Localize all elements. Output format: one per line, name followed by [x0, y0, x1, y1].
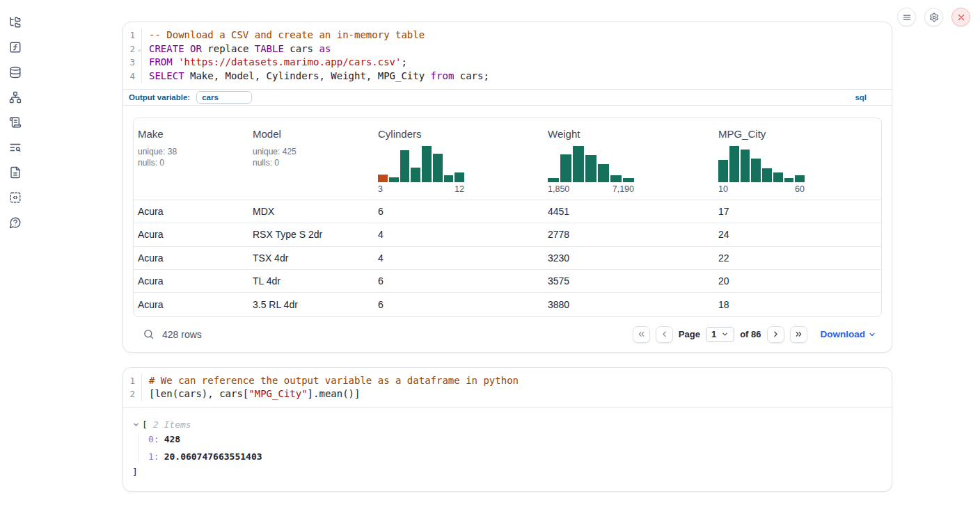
- last-page-button[interactable]: [790, 326, 807, 343]
- sql-cell-editor[interactable]: 1-- Download a CSV and create an in-memo…: [123, 22, 892, 89]
- close-icon: [956, 13, 966, 22]
- code-token: [173, 56, 178, 67]
- histogram-axis-labels: 1,8507,190: [548, 184, 634, 194]
- page-select[interactable]: 1: [706, 327, 734, 342]
- table-cell: 3230: [544, 252, 714, 264]
- shutdown-button[interactable]: [951, 8, 970, 26]
- output-variable-input[interactable]: [196, 91, 252, 104]
- column-header-mpg-city: MPG_City 1060: [714, 128, 881, 194]
- histogram-bar: [400, 150, 410, 182]
- table-body: AcuraMDX6445117AcuraRSX Type S 2dr427782…: [134, 200, 881, 316]
- chevron-left-icon: [660, 330, 669, 339]
- scratchpad-icon[interactable]: [9, 116, 22, 129]
- chevron-down-icon[interactable]: [132, 421, 140, 428]
- histogram-bar: [751, 159, 761, 182]
- code-line: 1# We can reference the output variable …: [123, 374, 892, 388]
- output-variable-label: Output variable:: [129, 93, 190, 102]
- sql-cell-output: Make unique: 38 nulls: 0 Model unique: 4…: [123, 106, 892, 352]
- tree-root: [ 2 Items: [132, 419, 882, 430]
- code-token: from: [431, 70, 455, 81]
- axis-tick-label: 60: [795, 184, 805, 194]
- histogram-bar: [433, 154, 443, 182]
- histogram-bar: [718, 160, 728, 182]
- tree-key: 0:: [148, 434, 159, 444]
- stat-unique: unique: 38: [138, 146, 248, 158]
- table-cell: Acura: [134, 229, 248, 240]
- chevron-down-icon: [868, 330, 876, 339]
- histogram-bar: [623, 178, 634, 182]
- code-text: # We can reference the output variable a…: [142, 374, 519, 388]
- code-token: cars: [284, 43, 319, 54]
- tree-entries: 0:428 1:20.060747663551403: [138, 434, 882, 462]
- python-cell-editor[interactable]: 1# We can reference the output variable …: [123, 368, 892, 407]
- download-button[interactable]: Download: [821, 329, 877, 339]
- histogram-bar: [784, 178, 794, 182]
- table-cell: Acura: [134, 252, 248, 264]
- column-name[interactable]: Cylinders: [378, 128, 422, 140]
- histogram-bars: [718, 146, 805, 182]
- table-row: AcuraTSX 4dr4323022: [134, 247, 881, 270]
- datasources-icon[interactable]: [9, 66, 22, 79]
- table-cell: 6: [374, 299, 544, 310]
- table-cell: 6: [374, 275, 544, 287]
- help-icon[interactable]: [9, 216, 22, 229]
- column-name[interactable]: MPG_City: [718, 128, 766, 140]
- open-bracket: [: [142, 419, 148, 430]
- line-number: 2⌄: [123, 42, 142, 56]
- python-cell: 1# We can reference the output variable …: [122, 367, 892, 492]
- table-cell: 2778: [544, 229, 714, 240]
- table-cell: 3880: [544, 299, 714, 310]
- snippets-icon[interactable]: [9, 191, 22, 204]
- code-line: 2⌄CREATE OR replace TABLE cars as: [123, 42, 892, 56]
- row-count: 428 rows: [162, 329, 202, 340]
- menu-button[interactable]: [897, 8, 916, 26]
- code-token: FROM: [149, 56, 173, 67]
- documentation-icon[interactable]: [9, 166, 22, 179]
- mpg-city-histogram: 1060: [718, 146, 805, 194]
- variables-icon[interactable]: [9, 41, 22, 54]
- python-cell-output: [ 2 Items 0:428 1:20.060747663551403 ]: [123, 407, 892, 491]
- axis-tick-label: 7,190: [612, 184, 634, 194]
- page-total-label: of 86: [740, 329, 761, 339]
- column-name[interactable]: Model: [253, 128, 281, 140]
- settings-button[interactable]: [924, 8, 943, 26]
- code-token: 'https://datasets.marimo.app/cars.csv': [178, 56, 401, 67]
- table-cell: 3.5 RL 4dr: [248, 299, 374, 310]
- weight-histogram: 1,8507,190: [548, 146, 634, 194]
- data-table: Make unique: 38 nulls: 0 Model unique: 4…: [133, 118, 882, 317]
- code-text: CREATE OR replace TABLE cars as: [142, 42, 331, 56]
- code-text: [len(cars), cars["MPG_City"].mean()]: [142, 387, 360, 401]
- table-header: Make unique: 38 nulls: 0 Model unique: 4…: [134, 118, 881, 200]
- file-explorer-icon[interactable]: [9, 16, 22, 29]
- tree-key: 1:: [148, 451, 159, 462]
- line-number: 2: [123, 387, 142, 401]
- code-text: FROM 'https://datasets.marimo.app/cars.c…: [142, 56, 407, 70]
- histogram-bar: [598, 164, 609, 182]
- stat-nulls: nulls: 0: [138, 157, 248, 169]
- histogram-bar: [560, 154, 571, 182]
- column-stats: unique: 425 nulls: 0: [253, 146, 374, 169]
- code-token: ].mean()]: [308, 388, 361, 399]
- table-cell: 4451: [544, 206, 714, 217]
- code-token: OR: [190, 43, 202, 54]
- next-page-button[interactable]: [767, 326, 784, 343]
- first-page-button[interactable]: [633, 326, 650, 343]
- logs-icon[interactable]: [9, 141, 22, 154]
- table-row: AcuraMDX6445117: [134, 200, 881, 223]
- fold-chevron-icon[interactable]: ⌄: [138, 42, 141, 56]
- code-token: TABLE: [255, 43, 284, 54]
- table-footer: 428 rows Page 1 of 86: [133, 323, 882, 346]
- search-icon[interactable]: [143, 328, 155, 340]
- histogram-bar: [548, 178, 559, 182]
- histogram-bar: [585, 155, 596, 182]
- table-cell: 4: [374, 229, 544, 240]
- table-cell: TL 4dr: [248, 275, 374, 287]
- output-variable-bar: Output variable: sql: [123, 89, 892, 106]
- column-name[interactable]: Weight: [548, 128, 580, 140]
- prev-page-button[interactable]: [656, 326, 673, 343]
- column-name[interactable]: Make: [138, 128, 164, 140]
- code-line: 1-- Download a CSV and create an in-memo…: [123, 29, 892, 42]
- table-row: AcuraTL 4dr6357520: [134, 270, 881, 293]
- table-cell: 22: [714, 252, 881, 264]
- dependency-graph-icon[interactable]: [9, 91, 22, 104]
